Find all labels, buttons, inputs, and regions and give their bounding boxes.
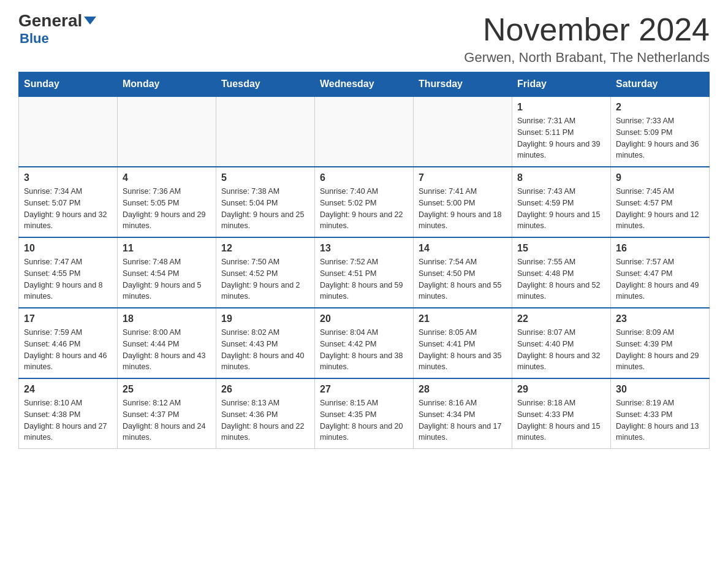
day-info: Sunrise: 8:04 AMSunset: 4:42 PMDaylight:…	[320, 327, 408, 373]
day-info: Sunrise: 8:12 AMSunset: 4:37 PMDaylight:…	[123, 397, 211, 443]
day-info: Sunrise: 7:59 AMSunset: 4:46 PMDaylight:…	[24, 327, 112, 373]
day-number: 9	[616, 172, 704, 183]
day-number: 19	[221, 313, 309, 324]
day-number: 17	[24, 313, 112, 324]
logo-text: General	[18, 12, 96, 29]
day-number: 23	[616, 313, 704, 324]
day-header-tuesday: Tuesday	[216, 72, 315, 97]
calendar-cell: 22Sunrise: 8:07 AMSunset: 4:40 PMDayligh…	[512, 308, 611, 378]
calendar-cell: 16Sunrise: 7:57 AMSunset: 4:47 PMDayligh…	[611, 237, 710, 308]
day-number: 1	[517, 102, 605, 113]
calendar-cell: 12Sunrise: 7:50 AMSunset: 4:52 PMDayligh…	[216, 237, 315, 308]
days-header-row: SundayMondayTuesdayWednesdayThursdayFrid…	[19, 72, 710, 97]
header: General Blue November 2024 Gerwen, North…	[18, 12, 710, 66]
calendar-cell: 25Sunrise: 8:12 AMSunset: 4:37 PMDayligh…	[118, 378, 216, 449]
day-number: 13	[320, 243, 408, 254]
day-number: 12	[221, 243, 309, 254]
day-info: Sunrise: 8:19 AMSunset: 4:33 PMDaylight:…	[616, 397, 704, 443]
calendar-cell	[118, 96, 216, 167]
day-number: 24	[24, 384, 112, 395]
calendar-cell: 9Sunrise: 7:45 AMSunset: 4:57 PMDaylight…	[611, 167, 710, 237]
day-info: Sunrise: 8:05 AMSunset: 4:41 PMDaylight:…	[419, 327, 507, 373]
calendar-cell	[216, 96, 315, 167]
day-info: Sunrise: 7:40 AMSunset: 5:02 PMDaylight:…	[320, 186, 408, 232]
day-info: Sunrise: 7:48 AMSunset: 4:54 PMDaylight:…	[123, 256, 211, 302]
day-info: Sunrise: 7:55 AMSunset: 4:48 PMDaylight:…	[517, 256, 605, 302]
calendar-cell: 4Sunrise: 7:36 AMSunset: 5:05 PMDaylight…	[118, 167, 216, 237]
day-info: Sunrise: 7:33 AMSunset: 5:09 PMDaylight:…	[616, 115, 704, 161]
calendar-cell: 1Sunrise: 7:31 AMSunset: 5:11 PMDaylight…	[512, 96, 611, 167]
day-number: 5	[221, 172, 309, 183]
calendar-cell: 23Sunrise: 8:09 AMSunset: 4:39 PMDayligh…	[611, 308, 710, 378]
day-header-wednesday: Wednesday	[315, 72, 414, 97]
week-row-2: 3Sunrise: 7:34 AMSunset: 5:07 PMDaylight…	[19, 167, 710, 237]
calendar-cell: 10Sunrise: 7:47 AMSunset: 4:55 PMDayligh…	[19, 237, 118, 308]
day-number: 18	[123, 313, 211, 324]
calendar-cell: 15Sunrise: 7:55 AMSunset: 4:48 PMDayligh…	[512, 237, 611, 308]
day-info: Sunrise: 7:43 AMSunset: 4:59 PMDaylight:…	[517, 186, 605, 232]
day-number: 29	[517, 384, 605, 395]
logo: General Blue	[18, 12, 96, 47]
day-number: 6	[320, 172, 408, 183]
day-info: Sunrise: 7:41 AMSunset: 5:00 PMDaylight:…	[419, 186, 507, 232]
week-row-3: 10Sunrise: 7:47 AMSunset: 4:55 PMDayligh…	[19, 237, 710, 308]
day-number: 2	[616, 102, 704, 113]
day-info: Sunrise: 8:02 AMSunset: 4:43 PMDaylight:…	[221, 327, 309, 373]
day-header-sunday: Sunday	[19, 72, 118, 97]
day-info: Sunrise: 7:34 AMSunset: 5:07 PMDaylight:…	[24, 186, 112, 232]
day-number: 21	[419, 313, 507, 324]
calendar-cell	[414, 96, 512, 167]
day-number: 10	[24, 243, 112, 254]
day-number: 15	[517, 243, 605, 254]
calendar-cell: 21Sunrise: 8:05 AMSunset: 4:41 PMDayligh…	[414, 308, 512, 378]
title-area: November 2024 Gerwen, North Brabant, The…	[464, 12, 710, 66]
day-info: Sunrise: 8:07 AMSunset: 4:40 PMDaylight:…	[517, 327, 605, 373]
day-number: 22	[517, 313, 605, 324]
day-info: Sunrise: 7:36 AMSunset: 5:05 PMDaylight:…	[123, 186, 211, 232]
week-row-5: 24Sunrise: 8:10 AMSunset: 4:38 PMDayligh…	[19, 378, 710, 449]
week-row-4: 17Sunrise: 7:59 AMSunset: 4:46 PMDayligh…	[19, 308, 710, 378]
day-header-friday: Friday	[512, 72, 611, 97]
calendar-cell: 6Sunrise: 7:40 AMSunset: 5:02 PMDaylight…	[315, 167, 414, 237]
calendar-cell: 11Sunrise: 7:48 AMSunset: 4:54 PMDayligh…	[118, 237, 216, 308]
calendar-cell: 7Sunrise: 7:41 AMSunset: 5:00 PMDaylight…	[414, 167, 512, 237]
day-info: Sunrise: 8:15 AMSunset: 4:35 PMDaylight:…	[320, 397, 408, 443]
calendar-cell: 30Sunrise: 8:19 AMSunset: 4:33 PMDayligh…	[611, 378, 710, 449]
calendar-cell: 18Sunrise: 8:00 AMSunset: 4:44 PMDayligh…	[118, 308, 216, 378]
calendar-cell: 24Sunrise: 8:10 AMSunset: 4:38 PMDayligh…	[19, 378, 118, 449]
page-title: November 2024	[464, 12, 710, 47]
day-number: 3	[24, 172, 112, 183]
day-info: Sunrise: 8:09 AMSunset: 4:39 PMDaylight:…	[616, 327, 704, 373]
day-info: Sunrise: 8:18 AMSunset: 4:33 PMDaylight:…	[517, 397, 605, 443]
day-info: Sunrise: 7:52 AMSunset: 4:51 PMDaylight:…	[320, 256, 408, 302]
day-info: Sunrise: 8:00 AMSunset: 4:44 PMDaylight:…	[123, 327, 211, 373]
day-number: 11	[123, 243, 211, 254]
day-info: Sunrise: 7:31 AMSunset: 5:11 PMDaylight:…	[517, 115, 605, 161]
day-number: 28	[419, 384, 507, 395]
day-info: Sunrise: 7:45 AMSunset: 4:57 PMDaylight:…	[616, 186, 704, 232]
day-number: 30	[616, 384, 704, 395]
day-number: 20	[320, 313, 408, 324]
calendar-cell: 14Sunrise: 7:54 AMSunset: 4:50 PMDayligh…	[414, 237, 512, 308]
calendar-cell: 13Sunrise: 7:52 AMSunset: 4:51 PMDayligh…	[315, 237, 414, 308]
calendar-cell: 8Sunrise: 7:43 AMSunset: 4:59 PMDaylight…	[512, 167, 611, 237]
day-info: Sunrise: 7:50 AMSunset: 4:52 PMDaylight:…	[221, 256, 309, 302]
week-row-1: 1Sunrise: 7:31 AMSunset: 5:11 PMDaylight…	[19, 96, 710, 167]
calendar-cell: 20Sunrise: 8:04 AMSunset: 4:42 PMDayligh…	[315, 308, 414, 378]
day-number: 16	[616, 243, 704, 254]
day-number: 25	[123, 384, 211, 395]
calendar-cell: 26Sunrise: 8:13 AMSunset: 4:36 PMDayligh…	[216, 378, 315, 449]
day-info: Sunrise: 8:10 AMSunset: 4:38 PMDaylight:…	[24, 397, 112, 443]
calendar-cell	[19, 96, 118, 167]
day-header-saturday: Saturday	[611, 72, 710, 97]
calendar-cell: 19Sunrise: 8:02 AMSunset: 4:43 PMDayligh…	[216, 308, 315, 378]
day-header-monday: Monday	[118, 72, 216, 97]
day-info: Sunrise: 7:38 AMSunset: 5:04 PMDaylight:…	[221, 186, 309, 232]
calendar-cell: 29Sunrise: 8:18 AMSunset: 4:33 PMDayligh…	[512, 378, 611, 449]
calendar-cell: 27Sunrise: 8:15 AMSunset: 4:35 PMDayligh…	[315, 378, 414, 449]
location-subtitle: Gerwen, North Brabant, The Netherlands	[464, 50, 710, 66]
day-info: Sunrise: 8:13 AMSunset: 4:36 PMDaylight:…	[221, 397, 309, 443]
calendar-cell: 17Sunrise: 7:59 AMSunset: 4:46 PMDayligh…	[19, 308, 118, 378]
day-info: Sunrise: 7:47 AMSunset: 4:55 PMDaylight:…	[24, 256, 112, 302]
day-info: Sunrise: 7:54 AMSunset: 4:50 PMDaylight:…	[419, 256, 507, 302]
